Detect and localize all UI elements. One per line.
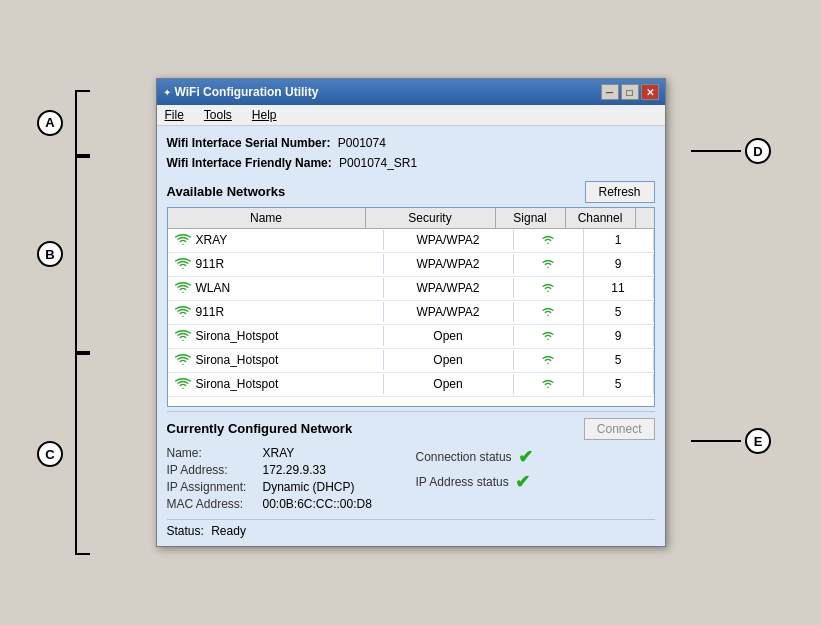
- conn-status-label: Connection status: [416, 450, 512, 464]
- config-name-row: Name: XRAY: [167, 446, 406, 460]
- ip-status-checkmark: ✔: [515, 471, 530, 493]
- status-bar: Status: Ready: [167, 519, 655, 538]
- title-icon: ✦: [163, 87, 171, 98]
- col-name: Name: [168, 208, 366, 228]
- col-scroll: [636, 208, 654, 228]
- cell-name: XRAY: [168, 230, 384, 250]
- friendly-name-line: Wifi Interface Friendly Name: P001074_SR…: [167, 154, 655, 173]
- annotation-a: A: [37, 110, 63, 136]
- maximize-button[interactable]: □: [621, 84, 639, 100]
- col-security: Security: [366, 208, 496, 228]
- cell-security: WPA/WPA2: [384, 278, 514, 298]
- available-networks-section: Available Networks Refresh Name Security…: [167, 181, 655, 407]
- main-window: ✦ WiFi Configuration Utility ─ □ ✕ File …: [156, 78, 666, 546]
- table-row[interactable]: 911R WPA/WPA2 9: [168, 253, 654, 277]
- cell-signal: [514, 253, 584, 276]
- window-title: WiFi Configuration Utility: [175, 85, 319, 99]
- config-mac-row: MAC Address: 00:0B:6C:CC::00:D8: [167, 497, 406, 511]
- cell-channel: 11: [584, 278, 654, 298]
- config-left-column: Name: XRAY IP Address: 172.29.9.33 IP As…: [167, 446, 406, 511]
- cell-security: Open: [384, 326, 514, 346]
- ip-status-row: IP Address status ✔: [416, 471, 655, 493]
- cell-signal: [514, 301, 584, 324]
- col-channel: Channel: [566, 208, 636, 228]
- configured-network-section: Currently Configured Network Connect Nam…: [167, 411, 655, 538]
- title-bar: ✦ WiFi Configuration Utility ─ □ ✕: [157, 79, 665, 105]
- cell-channel: 9: [584, 254, 654, 274]
- cell-security: WPA/WPA2: [384, 230, 514, 250]
- config-mac-label: MAC Address:: [167, 497, 257, 511]
- cell-name: Sirona_Hotspot: [168, 350, 384, 370]
- conn-status-checkmark: ✔: [518, 446, 533, 468]
- table-row[interactable]: 911R WPA/WPA2 5: [168, 301, 654, 325]
- cell-signal: [514, 277, 584, 300]
- col-signal: Signal: [496, 208, 566, 228]
- serial-value: P001074: [338, 136, 386, 150]
- connect-button[interactable]: Connect: [584, 418, 655, 440]
- table-row[interactable]: Sirona_Hotspot Open 5: [168, 373, 654, 397]
- configured-network-header: Currently Configured Network Connect: [167, 418, 655, 440]
- config-ip-label: IP Address:: [167, 463, 257, 477]
- refresh-button[interactable]: Refresh: [585, 181, 655, 203]
- status-label: Status:: [167, 524, 204, 538]
- cell-name: 911R: [168, 302, 384, 322]
- config-ip-row: IP Address: 172.29.9.33: [167, 463, 406, 477]
- ip-status-label: IP Address status: [416, 475, 509, 489]
- cell-security: Open: [384, 350, 514, 370]
- config-mac-value: 00:0B:6C:CC::00:D8: [263, 497, 372, 511]
- menu-file[interactable]: File: [161, 107, 188, 123]
- table-body[interactable]: XRAY WPA/WPA2 1 911R WPA/WPA2 9 WLAN: [168, 229, 654, 406]
- serial-number-line: Wifi Interface Serial Number: P001074: [167, 134, 655, 153]
- cell-name: Sirona_Hotspot: [168, 374, 384, 394]
- menu-bar: File Tools Help: [157, 105, 665, 126]
- available-networks-title: Available Networks: [167, 184, 286, 199]
- cell-channel: 9: [584, 326, 654, 346]
- close-button[interactable]: ✕: [641, 84, 659, 100]
- cell-security: Open: [384, 374, 514, 394]
- cell-name: 911R: [168, 254, 384, 274]
- annotation-b: B: [37, 241, 63, 267]
- annotation-c: C: [37, 441, 63, 467]
- table-row[interactable]: Sirona_Hotspot Open 9: [168, 325, 654, 349]
- cell-security: WPA/WPA2: [384, 302, 514, 322]
- cell-signal: [514, 325, 584, 348]
- config-assignment-row: IP Assignment: Dynamic (DHCP): [167, 480, 406, 494]
- friendly-label: Wifi Interface Friendly Name:: [167, 156, 332, 170]
- cell-channel: 5: [584, 350, 654, 370]
- configured-network-title: Currently Configured Network: [167, 421, 353, 436]
- friendly-value: P001074_SR1: [339, 156, 417, 170]
- cell-channel: 5: [584, 374, 654, 394]
- status-value: Ready: [211, 524, 246, 538]
- menu-help[interactable]: Help: [248, 107, 281, 123]
- annotation-d: D: [745, 138, 771, 164]
- config-name-value: XRAY: [263, 446, 295, 460]
- available-networks-header: Available Networks Refresh: [167, 181, 655, 203]
- cell-name: Sirona_Hotspot: [168, 326, 384, 346]
- config-ip-value: 172.29.9.33: [263, 463, 326, 477]
- config-assignment-value: Dynamic (DHCP): [263, 480, 355, 494]
- cell-channel: 5: [584, 302, 654, 322]
- cell-name: WLAN: [168, 278, 384, 298]
- cell-signal: [514, 349, 584, 372]
- connection-status-row: Connection status ✔: [416, 446, 655, 468]
- configured-network-details: Name: XRAY IP Address: 172.29.9.33 IP As…: [167, 446, 655, 511]
- minimize-button[interactable]: ─: [601, 84, 619, 100]
- menu-tools[interactable]: Tools: [200, 107, 236, 123]
- network-table: Name Security Signal Channel XRAY WPA/WP…: [167, 207, 655, 407]
- cell-security: WPA/WPA2: [384, 254, 514, 274]
- cell-signal: [514, 373, 584, 396]
- annotation-e: E: [745, 428, 771, 454]
- table-header: Name Security Signal Channel: [168, 208, 654, 229]
- cell-channel: 1: [584, 230, 654, 250]
- title-buttons: ─ □ ✕: [601, 84, 659, 100]
- config-name-label: Name:: [167, 446, 257, 460]
- table-row[interactable]: Sirona_Hotspot Open 5: [168, 349, 654, 373]
- config-assignment-label: IP Assignment:: [167, 480, 257, 494]
- table-row[interactable]: XRAY WPA/WPA2 1: [168, 229, 654, 253]
- table-row[interactable]: WLAN WPA/WPA2 11: [168, 277, 654, 301]
- config-right-column: Connection status ✔ IP Address status ✔: [416, 446, 655, 511]
- serial-label: Wifi Interface Serial Number:: [167, 136, 331, 150]
- interface-info-section: Wifi Interface Serial Number: P001074 Wi…: [167, 134, 655, 176]
- cell-signal: [514, 229, 584, 252]
- content-area: Wifi Interface Serial Number: P001074 Wi…: [157, 126, 665, 545]
